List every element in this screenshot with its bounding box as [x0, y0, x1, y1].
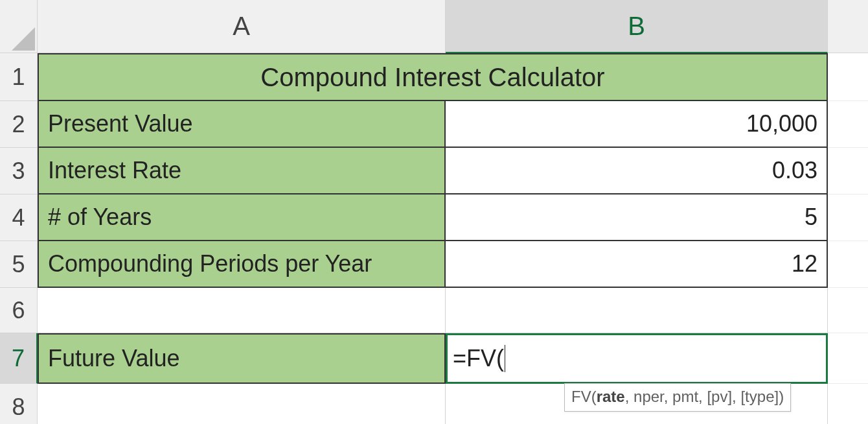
row-header-5[interactable]: 5: [0, 241, 38, 288]
cell-b7-formula-input[interactable]: =FV( FV(rate, nper, pmt, [pv], [type]): [446, 333, 828, 384]
row-header-6[interactable]: 6: [0, 288, 38, 333]
svg-marker-0: [12, 27, 35, 51]
cell-c1[interactable]: [828, 53, 868, 101]
cell-b6[interactable]: [446, 288, 828, 333]
cell-a3-label[interactable]: Interest Rate: [38, 148, 446, 194]
formula-text: =FV(: [453, 345, 504, 372]
cell-a1-merged-title[interactable]: Compound Interest Calculator: [38, 53, 828, 101]
cell-c5[interactable]: [828, 241, 868, 288]
cell-a5-label[interactable]: Compounding Periods per Year: [38, 241, 446, 288]
row-header-7[interactable]: 7: [0, 333, 38, 384]
hint-fn: FV(: [571, 388, 597, 405]
cell-c8[interactable]: [828, 384, 868, 424]
cell-c7[interactable]: [828, 333, 868, 384]
text-caret: [505, 345, 505, 372]
cell-c4[interactable]: [828, 194, 868, 241]
column-header-a[interactable]: A: [38, 0, 446, 53]
cell-b2-value[interactable]: 10,000: [446, 101, 828, 148]
cell-c6[interactable]: [828, 288, 868, 333]
cell-b3-value[interactable]: 0.03: [446, 148, 828, 194]
formula-hint-tooltip[interactable]: FV(rate, nper, pmt, [pv], [type]): [564, 383, 791, 412]
row-header-1[interactable]: 1: [0, 53, 38, 101]
cell-a2-label[interactable]: Present Value: [38, 101, 446, 148]
cell-a8[interactable]: [38, 384, 446, 424]
column-header-b[interactable]: B: [446, 0, 828, 53]
select-all-corner[interactable]: [0, 0, 38, 53]
cell-a4-label[interactable]: # of Years: [38, 194, 446, 241]
row-header-2[interactable]: 2: [0, 101, 38, 148]
cell-a7-label[interactable]: Future Value: [38, 333, 446, 384]
cell-c2[interactable]: [828, 101, 868, 148]
cell-b5-value[interactable]: 12: [446, 241, 828, 288]
row-header-4[interactable]: 4: [0, 194, 38, 241]
row-header-3[interactable]: 3: [0, 148, 38, 194]
column-header-c[interactable]: [828, 0, 868, 53]
spreadsheet-grid: A B 1 Compound Interest Calculator 2 Pre…: [0, 0, 868, 424]
cell-c3[interactable]: [828, 148, 868, 194]
cell-a6[interactable]: [38, 288, 446, 333]
select-all-triangle-icon: [12, 27, 35, 51]
hint-rest: , nper, pmt, [pv], [type]): [625, 388, 784, 405]
cell-b4-value[interactable]: 5: [446, 194, 828, 241]
hint-active-arg[interactable]: rate: [597, 388, 625, 405]
row-header-8[interactable]: 8: [0, 384, 38, 424]
